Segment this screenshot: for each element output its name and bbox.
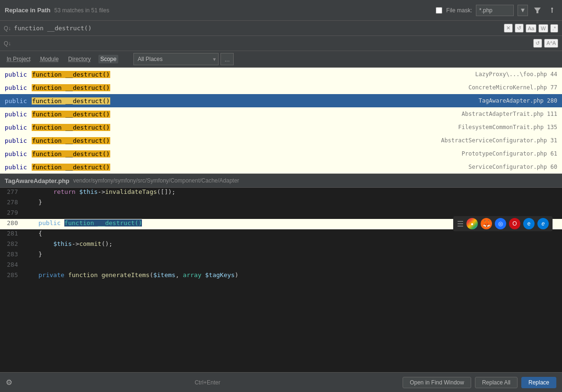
keyword-public: public [38, 219, 61, 226]
code-line: 284 [0, 261, 562, 271]
var-tagkeys: $tagKeys [205, 271, 235, 279]
open-find-window-button[interactable]: Open in Find Window [403, 377, 471, 388]
replace-font-button[interactable]: AᴬA [544, 39, 558, 48]
file-mask-input[interactable] [476, 5, 514, 16]
opera-icon[interactable]: O [509, 218, 520, 229]
ie-icon[interactable]: e [523, 218, 535, 229]
footer-bar: ⚙ Ctrl+Enter Open in Find Window Replace… [0, 372, 562, 392]
settings-button[interactable]: ⚙ [6, 378, 12, 387]
footer-right: Open in Find Window Replace All Replace [403, 377, 556, 388]
replace-input[interactable] [14, 40, 530, 47]
fn-destruct-highlight: function __destruct() [64, 219, 142, 226]
regex-find-button[interactable]: ↺ [515, 24, 524, 33]
result-highlight: function __destruct() [32, 137, 110, 144]
result-prefix: public [5, 137, 31, 144]
clear-find-button[interactable]: ✕ [504, 24, 513, 33]
tab-module[interactable]: Module [38, 55, 61, 63]
scope-select[interactable]: All Places [133, 53, 219, 65]
line-content: } [24, 198, 562, 206]
result-row[interactable]: public function __destruct() ServiceConf… [0, 160, 562, 174]
result-row[interactable]: public function __destruct() AbstractSer… [0, 134, 562, 147]
var-this: $this [79, 188, 97, 195]
replace-refresh-button[interactable]: ↺ [533, 39, 542, 48]
result-prefix: public [5, 84, 31, 91]
fn-generate: function generateItems [68, 271, 149, 279]
line-number: 279 [0, 209, 24, 216]
find-icon: Q↓ [4, 25, 11, 32]
tab-in-project[interactable]: In Project [5, 55, 33, 63]
file-mask-dropdown-button[interactable]: ▼ [518, 5, 528, 16]
type-array: array [183, 271, 202, 279]
results-area: public function __destruct() LazyProxy\.… [0, 68, 562, 174]
line-number: 283 [0, 250, 24, 258]
result-prefix: public [5, 71, 31, 78]
replace-all-button[interactable]: Replace All [475, 377, 518, 388]
result-row[interactable]: public function __destruct() FilesystemC… [0, 121, 562, 134]
line-content: $this->commit(); [24, 240, 562, 247]
whole-word-button[interactable]: W [538, 24, 548, 33]
result-row[interactable]: public function __destruct() ConcreteMic… [0, 81, 562, 94]
line-number: 280 [0, 219, 24, 226]
search-bar-replace: Q↓ ↺ AᴬA [0, 36, 562, 51]
header-title: Replace in Path [5, 7, 51, 14]
regex-button[interactable]: .* [550, 24, 558, 33]
fn-invalidate: invalidateTags [105, 188, 157, 195]
result-filename: LazyProxy\...\foo.php 44 [475, 71, 557, 78]
result-prefix: public [5, 150, 31, 157]
result-filename: FilesystemCommonTrait.php 135 [458, 124, 557, 131]
result-prefix: public [5, 164, 31, 171]
safari-icon[interactable]: ◎ [495, 218, 506, 229]
find-input[interactable] [14, 25, 501, 32]
result-row[interactable]: public function __destruct() PrototypeCo… [0, 147, 562, 160]
line-content: return $this->invalidateTags([]); [24, 188, 562, 195]
brace: } [38, 199, 42, 206]
paren4: ) [235, 271, 238, 279]
replace-icon: Q↓ [4, 40, 11, 47]
result-highlight: function __destruct() [32, 124, 110, 131]
align-icon[interactable]: ☰ [457, 219, 464, 228]
result-row[interactable]: public function __destruct() TagAwareAda… [0, 94, 562, 107]
result-highlight: function __destruct() [32, 71, 110, 78]
result-left: public function __destruct() [5, 124, 110, 131]
code-area[interactable]: 277 return $this->invalidateTags([]); 27… [0, 188, 562, 372]
paren2: (); [101, 240, 112, 247]
result-highlight: function __destruct() [32, 111, 110, 118]
arrow: -> [98, 188, 105, 195]
tab-directory[interactable]: Directory [66, 55, 93, 63]
code-line: 283 } [0, 250, 562, 261]
result-filename: AbstractAdapterTrait.php 111 [462, 111, 557, 117]
chrome-icon[interactable]: ● [466, 218, 478, 229]
code-filepath: vendor/symfony/symfony/src/Symfony/Compo… [73, 177, 239, 184]
pin-icon-button[interactable] [547, 6, 557, 15]
var-items: $items [153, 271, 176, 279]
firefox-icon[interactable]: 🦊 [481, 218, 492, 229]
line-number: 284 [0, 261, 24, 268]
header-matches: 53 matches in 51 files [54, 7, 109, 14]
line-number: 285 [0, 271, 24, 279]
scope-dropdown-container: All Places ▼ ... [133, 53, 234, 65]
header-right: File mask: ▼ [436, 5, 557, 16]
replace-button[interactable]: Replace [521, 377, 556, 388]
arrow2: -> [72, 240, 79, 247]
line-content: private function generateItems($items, a… [24, 271, 562, 279]
scope-more-button[interactable]: ... [220, 53, 234, 65]
result-highlight: function __destruct() [32, 164, 110, 171]
footer-left: ⚙ [6, 378, 12, 387]
result-left: public function __destruct() [5, 97, 110, 105]
edge-icon[interactable]: e [537, 218, 549, 229]
case-sensitive-button[interactable]: Aa [526, 24, 536, 33]
svg-point-1 [551, 8, 553, 9]
line-content: } [24, 250, 562, 258]
code-filename: TagAwareAdapter.php [5, 177, 70, 184]
result-prefix: public [5, 124, 31, 131]
file-mask-checkbox[interactable] [436, 7, 442, 14]
tab-scope[interactable]: Scope [98, 55, 118, 63]
result-filename: TagAwareAdapter.php 280 [479, 97, 557, 104]
filter-icon-button[interactable] [532, 6, 543, 15]
line-number: 277 [0, 188, 24, 195]
result-row[interactable]: public function __destruct() AbstractAda… [0, 107, 562, 121]
replace-right-icons: ↺ AᴬA [533, 39, 558, 48]
line-number: 278 [0, 198, 24, 206]
keyword-private: private [38, 271, 64, 279]
result-row[interactable]: public function __destruct() LazyProxy\.… [0, 68, 562, 81]
